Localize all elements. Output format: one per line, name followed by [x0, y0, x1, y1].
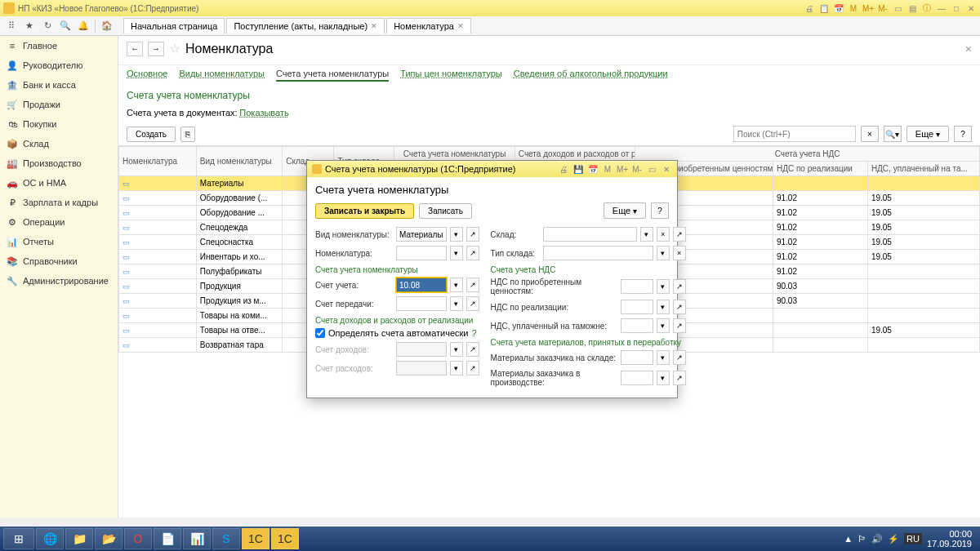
back-button[interactable]: ←: [127, 42, 143, 56]
col-nds-real[interactable]: НДС по реализации: [773, 162, 867, 176]
sidebar-item-payroll[interactable]: ₽Зарплата и кадры: [0, 193, 118, 212]
sidebar-item-operations[interactable]: ⚙Операции: [0, 212, 118, 232]
open-icon[interactable]: ↗: [673, 279, 686, 294]
dropdown-icon[interactable]: ▾: [657, 246, 670, 260]
col-group-accounts[interactable]: Счета учета номенклатуры: [394, 147, 515, 162]
open-icon[interactable]: ↗: [673, 227, 686, 242]
titlebar-icon[interactable]: ▤: [906, 2, 918, 14]
transfer-input[interactable]: [396, 296, 447, 311]
task-skype[interactable]: S: [212, 528, 240, 549]
save-icon[interactable]: 💾: [572, 163, 584, 175]
open-icon[interactable]: ↗: [466, 278, 479, 292]
sidebar-item-refs[interactable]: 📚Справочники: [0, 251, 118, 271]
more-button[interactable]: Еще ▾: [604, 202, 646, 219]
subtab-alco[interactable]: Сведения об алкогольной продукции: [514, 69, 668, 82]
apps-icon[interactable]: ⠿: [3, 18, 20, 34]
task-folder[interactable]: 📂: [95, 528, 122, 549]
col-group-income[interactable]: Счета доходов и расходов от реализации: [514, 147, 635, 162]
dropdown-icon[interactable]: ▾: [450, 278, 463, 292]
more-button[interactable]: Еще ▾: [906, 126, 949, 142]
task-word[interactable]: 📄: [154, 528, 181, 549]
acct-input[interactable]: 10.08: [396, 278, 447, 292]
clear-icon[interactable]: ×: [673, 246, 686, 260]
col-group-nds[interactable]: Счета учета НДС: [635, 147, 980, 162]
titlebar-icon[interactable]: ▭: [892, 2, 903, 14]
mminus-icon[interactable]: M-: [631, 163, 643, 175]
dropdown-icon[interactable]: ▾: [640, 227, 653, 242]
close-tab-icon[interactable]: ✕: [371, 22, 377, 30]
dropdown-icon[interactable]: ▾: [657, 318, 670, 333]
search-icon[interactable]: 🔍: [57, 18, 74, 34]
forward-button[interactable]: →: [148, 42, 164, 56]
tray-icon[interactable]: 🔊: [871, 534, 883, 544]
help-link[interactable]: ?: [472, 328, 477, 338]
open-icon[interactable]: ↗: [466, 246, 479, 260]
restore-icon[interactable]: ▭: [646, 163, 657, 175]
lang-indicator[interactable]: RU: [904, 533, 922, 544]
dropdown-icon[interactable]: ▾: [657, 279, 670, 294]
nds-acq-input[interactable]: [621, 279, 653, 294]
tray-icon[interactable]: 🏳: [858, 534, 866, 544]
nomen-input[interactable]: [396, 246, 447, 260]
minimize-icon[interactable]: —: [936, 2, 947, 14]
tab-nomenclature[interactable]: Номенклатура✕: [386, 18, 471, 33]
col-kind[interactable]: Вид номенклатуры: [196, 147, 282, 176]
sidebar-item-assets[interactable]: 🚗ОС и НМА: [0, 173, 118, 193]
open-icon[interactable]: ↗: [673, 300, 686, 314]
search-input[interactable]: [733, 126, 856, 142]
m-icon[interactable]: M: [602, 163, 613, 175]
save-close-button[interactable]: Записать и закрыть: [315, 203, 414, 219]
task-ie[interactable]: 🌐: [36, 528, 64, 549]
task-excel[interactable]: 📊: [183, 528, 211, 549]
open-icon[interactable]: ↗: [466, 296, 479, 311]
tab-receipts[interactable]: Поступление (акты, накладные)✕: [226, 18, 385, 33]
modal-titlebar[interactable]: Счета учета номенклатуры (1С:Предприятие…: [307, 161, 677, 177]
tab-home[interactable]: Начальная страница: [123, 18, 225, 33]
subtab-kinds[interactable]: Виды номенклатуры: [179, 69, 265, 82]
close-tab-icon[interactable]: ✕: [457, 22, 464, 30]
task-1c[interactable]: 1C: [242, 528, 270, 549]
clear-icon[interactable]: ×: [657, 227, 670, 242]
dropdown-icon[interactable]: ▾: [657, 371, 670, 385]
titlebar-icon[interactable]: 📅: [833, 2, 844, 14]
dropdown-icon[interactable]: ▾: [450, 296, 463, 311]
tipsklad-input[interactable]: [543, 246, 653, 260]
help-button[interactable]: ?: [954, 126, 972, 142]
titlebar-icon[interactable]: 📋: [818, 2, 830, 14]
sidebar-item-sales[interactable]: 🛒Продажи: [0, 95, 118, 114]
open-icon[interactable]: ↗: [673, 318, 686, 333]
sidebar-item-purchases[interactable]: 🛍Покупки: [0, 114, 118, 134]
task-opera[interactable]: O: [124, 528, 152, 549]
tray-icon[interactable]: ⚡: [888, 534, 899, 544]
close-page-icon[interactable]: ×: [965, 42, 972, 56]
start-button[interactable]: ⊞: [3, 528, 34, 549]
open-icon[interactable]: ↗: [673, 371, 686, 385]
dropdown-icon[interactable]: ▾: [657, 300, 670, 314]
info-icon[interactable]: ⓘ: [921, 2, 933, 14]
open-icon[interactable]: ↗: [673, 350, 686, 365]
sidebar-item-bank[interactable]: 🏦Банк и касса: [0, 75, 118, 95]
star-icon[interactable]: ★: [21, 18, 38, 34]
nds-cust-input[interactable]: [621, 318, 653, 333]
favorite-icon[interactable]: ☆: [169, 41, 180, 56]
task-explorer[interactable]: 📁: [65, 528, 93, 549]
create-button[interactable]: Создать: [127, 127, 176, 142]
mat-sklad-input[interactable]: [621, 350, 653, 365]
search-button[interactable]: 🔍▾: [884, 126, 902, 142]
save-button[interactable]: Записать: [419, 203, 472, 219]
history-icon[interactable]: ↻: [39, 18, 56, 34]
sidebar-item-admin[interactable]: 🔧Администрирование: [0, 271, 118, 291]
col-nds-cust[interactable]: НДС, уплаченный на та...: [867, 162, 979, 176]
titlebar-icon[interactable]: M+: [862, 2, 874, 14]
docs-link[interactable]: Показывать: [239, 108, 288, 118]
help-button[interactable]: ?: [651, 202, 669, 219]
print-icon[interactable]: 🖨: [558, 163, 569, 175]
close-icon[interactable]: ✕: [965, 2, 977, 14]
close-icon[interactable]: ✕: [661, 163, 672, 175]
task-1c[interactable]: 1C: [271, 528, 299, 549]
dropdown-icon[interactable]: ▾: [657, 350, 670, 365]
dropdown-icon[interactable]: ▾: [450, 246, 463, 260]
clear-search-icon[interactable]: ×: [861, 126, 879, 142]
calendar-icon[interactable]: 📅: [587, 163, 599, 175]
open-icon[interactable]: ↗: [466, 227, 479, 242]
